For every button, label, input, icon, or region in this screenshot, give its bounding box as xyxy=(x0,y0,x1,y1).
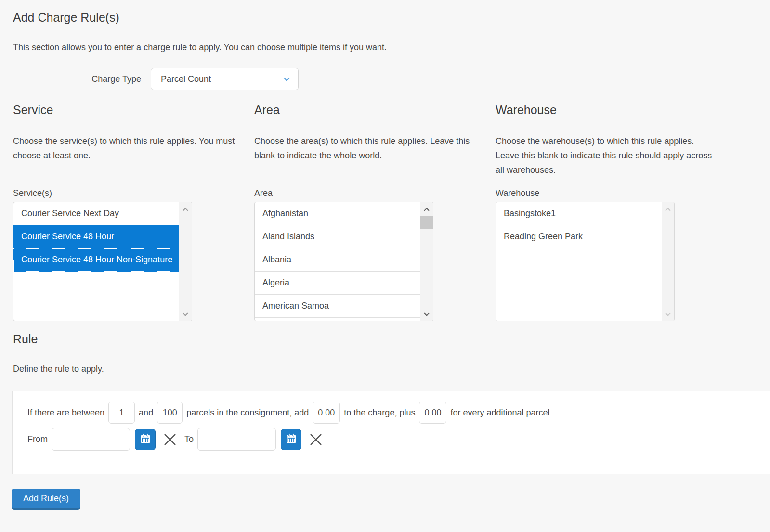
scroll-down-icon[interactable] xyxy=(662,308,674,320)
min-parcels-input[interactable] xyxy=(108,402,135,424)
to-calendar-button[interactable] xyxy=(281,429,301,450)
service-heading: Service xyxy=(13,103,254,117)
rule-text-suffix: for every additional parcel. xyxy=(450,408,552,418)
page-description: This section allows you to enter a charg… xyxy=(13,42,757,52)
service-option-selected-focused[interactable]: Courier Service 48 Hour Non-Signature xyxy=(13,248,179,272)
charge-type-selected-value: Parcel Count xyxy=(161,74,211,84)
rule-text-prefix: If there are between xyxy=(27,408,104,418)
warehouse-scrollbar[interactable] xyxy=(662,202,674,321)
area-option[interactable]: Afghanistan xyxy=(255,202,420,225)
calendar-icon xyxy=(140,433,151,445)
area-list-label: Area xyxy=(254,188,496,198)
service-options: Courier Service Next Day Courier Service… xyxy=(13,202,179,272)
warehouse-heading: Warehouse xyxy=(496,103,757,117)
scroll-down-icon[interactable] xyxy=(420,308,433,320)
rule-text-and: and xyxy=(139,408,153,418)
charge-type-label: Charge Type xyxy=(13,74,151,84)
service-option[interactable]: Courier Service Next Day xyxy=(13,202,179,225)
rule-sentence: If there are between and parcels in the … xyxy=(27,402,760,424)
selection-columns: Service Choose the service(s) to which t… xyxy=(13,103,757,321)
rule-date-range: From xyxy=(27,428,760,451)
rule-section: Rule Define the rule to apply. If there … xyxy=(13,332,757,510)
scroll-up-icon[interactable] xyxy=(179,203,192,215)
service-scrollbar[interactable] xyxy=(179,202,192,321)
charge-type-row: Charge Type Parcel Count xyxy=(13,68,757,90)
add-rules-button[interactable]: Add Rule(s) xyxy=(12,489,80,510)
area-scrollbar[interactable] xyxy=(420,202,433,321)
per-parcel-charge-input[interactable] xyxy=(419,402,446,424)
to-date-input[interactable] xyxy=(197,428,276,451)
chevron-down-icon xyxy=(284,75,290,81)
calendar-icon xyxy=(286,433,297,445)
service-column: Service Choose the service(s) to which t… xyxy=(13,103,254,321)
area-option[interactable]: Algeria xyxy=(255,272,420,295)
charge-type-select[interactable]: Parcel Count xyxy=(151,68,299,90)
service-list-label: Service(s) xyxy=(13,188,254,198)
from-clear-icon[interactable] xyxy=(162,432,178,447)
warehouse-listbox[interactable]: Basingstoke1 Reading Green Park xyxy=(496,202,675,321)
to-clear-icon[interactable] xyxy=(308,432,324,447)
area-column: Area Choose the area(s) to which this ru… xyxy=(254,103,496,321)
rule-panel: If there are between and parcels in the … xyxy=(12,391,770,474)
warehouse-column: Warehouse Choose the warehouse(s) to whi… xyxy=(496,103,757,321)
from-label: From xyxy=(27,434,48,444)
warehouse-options: Basingstoke1 Reading Green Park xyxy=(496,202,662,248)
scrollbar-thumb[interactable] xyxy=(420,216,433,229)
area-option[interactable]: Aland Islands xyxy=(255,225,420,248)
max-parcels-input[interactable] xyxy=(157,402,183,424)
add-charge-rules-page: Add Charge Rule(s) This section allows y… xyxy=(0,0,770,510)
page-title: Add Charge Rule(s) xyxy=(13,11,757,25)
to-label: To xyxy=(184,434,194,444)
rule-description: Define the rule to apply. xyxy=(13,364,757,374)
area-description: Choose the area(s) to which this rule ap… xyxy=(254,134,477,188)
scroll-up-icon[interactable] xyxy=(662,203,674,215)
service-listbox[interactable]: Courier Service Next Day Courier Service… xyxy=(13,202,192,321)
warehouse-option[interactable]: Reading Green Park xyxy=(496,225,662,248)
base-charge-input[interactable] xyxy=(313,402,340,424)
warehouse-option[interactable]: Basingstoke1 xyxy=(496,202,662,225)
area-options: Afghanistan Aland Islands Albania Algeri… xyxy=(255,202,420,318)
rule-text-plus: to the charge, plus xyxy=(344,408,415,418)
rule-heading: Rule xyxy=(13,332,757,346)
from-date-input[interactable] xyxy=(52,428,130,451)
area-option[interactable]: American Samoa xyxy=(255,295,420,318)
from-calendar-button[interactable] xyxy=(135,429,156,450)
warehouse-description: Choose the warehouse(s) to which this ru… xyxy=(496,134,718,188)
service-description: Choose the service(s) to which this rule… xyxy=(13,134,235,188)
rule-text-middle: parcels in the consignment, add xyxy=(186,408,309,418)
service-option-selected[interactable]: Courier Service 48 Hour xyxy=(13,225,179,248)
area-option[interactable]: Albania xyxy=(255,248,420,272)
scroll-up-icon[interactable] xyxy=(420,203,433,215)
warehouse-list-label: Warehouse xyxy=(496,188,757,198)
scroll-down-icon[interactable] xyxy=(179,308,192,320)
area-heading: Area xyxy=(254,103,496,117)
area-listbox[interactable]: Afghanistan Aland Islands Albania Algeri… xyxy=(254,202,433,321)
